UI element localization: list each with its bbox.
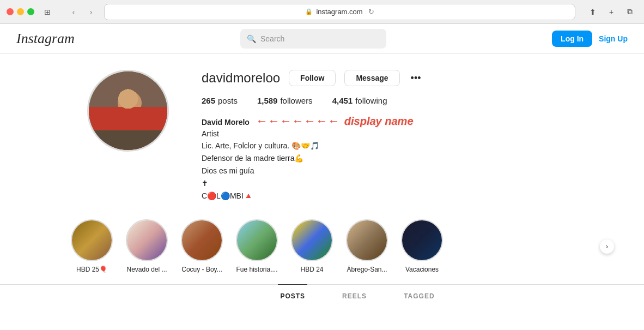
traffic-lights <box>7 8 34 15</box>
posts-count: 265 <box>202 96 215 105</box>
story-label: HBD 24 <box>300 266 323 273</box>
profile-bio: David Morelo ←←←←←←← display name Artist… <box>202 114 611 202</box>
story-item[interactable]: HBD 24 <box>291 219 333 273</box>
story-item[interactable]: HBD 25🎈 <box>71 219 113 273</box>
story-thumbnail <box>72 220 112 260</box>
instagram-logo[interactable]: Instagram <box>16 31 75 47</box>
story-thumbnail <box>127 220 167 260</box>
story-label: Nevado del ... <box>126 266 167 273</box>
bio-line4: ✝ <box>202 178 611 189</box>
bio-line3: Dios es mi guía <box>202 165 611 177</box>
stat-following[interactable]: 4,451 following <box>332 96 387 105</box>
url-text: instagram.com <box>316 8 362 16</box>
annotation-label: display name <box>344 115 414 128</box>
profile-info: davidmoreloo Follow Message ••• 265 post… <box>202 70 611 203</box>
story-thumbnail <box>182 220 222 260</box>
avatar-person <box>89 71 167 150</box>
tab-posts[interactable]: POSTS <box>278 284 307 308</box>
story-circle <box>126 219 168 261</box>
avatar-image: METALLICA <box>89 71 167 150</box>
tab-bar: POSTSREELSTAGGED <box>0 284 644 308</box>
profile-username: davidmoreloo <box>202 70 280 86</box>
following-count: 4,451 <box>332 96 353 105</box>
display-name-annotation: ←←←←←←← display name <box>256 114 414 128</box>
lock-icon: 🔒 <box>305 8 313 15</box>
profile-avatar-wrap: METALLICA <box>87 70 169 203</box>
story-circle <box>346 219 388 261</box>
story-thumbnail <box>347 220 387 260</box>
minimize-button[interactable] <box>17 8 24 15</box>
stories-next-button[interactable]: › <box>600 239 614 254</box>
story-item[interactable]: Cocuy - Boy... <box>181 219 223 273</box>
bio-display-name: David Morelo ←←←←←←← display name <box>202 114 611 128</box>
tab-reels[interactable]: REELS <box>340 284 369 308</box>
follow-button[interactable]: Follow <box>289 70 336 86</box>
bio-line2: Defensor de la madre tierra💪 <box>202 153 611 164</box>
annotation-arrow: ←←←←←←← <box>256 114 340 128</box>
stat-posts: 265 posts <box>202 96 238 105</box>
story-label: Cocuy - Boy... <box>181 266 222 273</box>
forward-button[interactable]: › <box>83 4 99 20</box>
story-label: Ábrego-San... <box>347 266 387 273</box>
new-tab-button[interactable]: + <box>604 4 619 20</box>
story-label: Vacaciones <box>405 266 439 273</box>
search-placeholder: Search <box>260 34 284 43</box>
bio-line5: C🔴L🔵MBI🔺 <box>202 190 611 202</box>
tab-tagged[interactable]: TAGGED <box>402 284 436 308</box>
browser-nav: ‹ › <box>66 4 99 20</box>
story-circle <box>236 219 278 261</box>
posts-label: posts <box>218 96 238 105</box>
header-actions: Log In Sign Up <box>552 31 628 47</box>
following-label: following <box>355 96 387 105</box>
profile-avatar: METALLICA <box>87 70 169 152</box>
bio-title: Artist <box>202 129 611 138</box>
bio-line1: Lic. Arte, Folclor y cultura. 🎨🤝🎵 <box>202 140 611 152</box>
message-button[interactable]: Message <box>344 70 399 86</box>
maximize-button[interactable] <box>27 8 34 15</box>
story-circle <box>291 219 333 261</box>
browser-actions: ⬆ + ⧉ <box>585 4 637 20</box>
instagram-page: Instagram 🔍 Search Log In Sign Up <box>0 24 644 330</box>
story-item[interactable]: Nevado del ... <box>126 219 168 273</box>
story-item[interactable]: Ábrego-San... <box>346 219 388 273</box>
story-circle <box>71 219 113 261</box>
address-bar[interactable]: 🔒 instagram.com ↻ <box>104 4 575 20</box>
followers-count: 1,589 <box>257 96 278 105</box>
search-bar[interactable]: 🔍 Search <box>240 29 386 49</box>
followers-label: followers <box>280 96 312 105</box>
login-button[interactable]: Log In <box>552 31 592 47</box>
story-thumbnail <box>237 220 277 260</box>
back-button[interactable]: ‹ <box>66 4 81 20</box>
ig-header: Instagram 🔍 Search Log In Sign Up <box>0 24 644 53</box>
story-label: Fue historia.... <box>236 266 277 273</box>
story-thumbnail <box>292 220 332 260</box>
search-icon: 🔍 <box>247 34 256 43</box>
profile-header-row: davidmoreloo Follow Message ••• <box>202 70 611 86</box>
profile-stats: 265 posts 1,589 followers 4,451 followin… <box>202 96 611 105</box>
story-thumbnail <box>402 220 442 260</box>
more-options-button[interactable]: ••• <box>409 73 423 84</box>
profile-section: METALLICA davidmoreloo Follow Message ••… <box>0 53 644 214</box>
stories-section: HBD 25🎈Nevado del ...Cocuy - Boy...Fue h… <box>0 214 644 279</box>
stat-followers[interactable]: 1,589 followers <box>257 96 313 105</box>
sidebar-toggle-button[interactable]: ⊞ <box>40 4 55 20</box>
story-item[interactable]: Fue historia.... <box>236 219 278 273</box>
tab-overview-button[interactable]: ⧉ <box>622 4 637 20</box>
story-circle <box>181 219 223 261</box>
close-button[interactable] <box>7 8 14 15</box>
story-label: HBD 25🎈 <box>76 266 107 273</box>
share-button[interactable]: ⬆ <box>585 4 600 20</box>
signup-button[interactable]: Sign Up <box>599 34 628 43</box>
stories-wrapper: HBD 25🎈Nevado del ...Cocuy - Boy...Fue h… <box>0 214 644 279</box>
story-item[interactable]: Vacaciones <box>401 219 443 273</box>
browser-chrome: ⊞ ‹ › 🔒 instagram.com ↻ ⬆ + ⧉ <box>0 0 644 24</box>
reload-icon: ↻ <box>368 8 374 16</box>
story-circle <box>401 219 443 261</box>
